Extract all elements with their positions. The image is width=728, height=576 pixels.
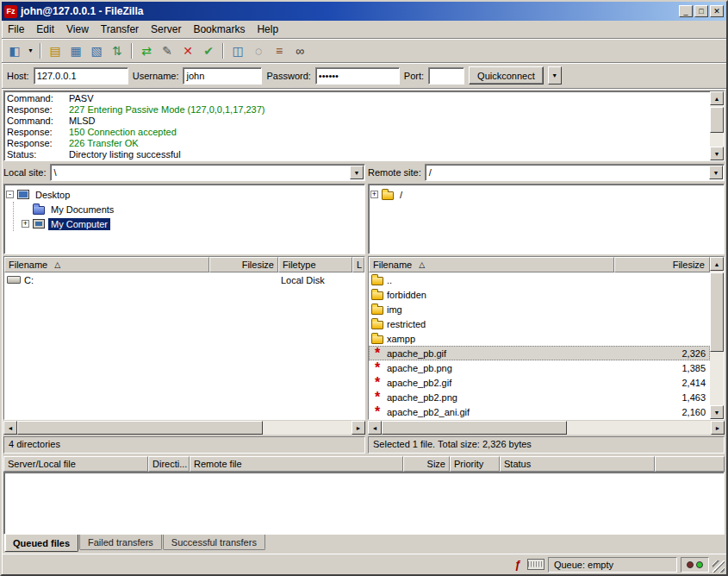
column-header-modified[interactable]: L (352, 257, 364, 272)
chevron-down-icon[interactable]: ▼ (709, 166, 723, 179)
column-header-filetype[interactable]: Filetype (278, 257, 352, 272)
process-queue-button[interactable]: ✎ (157, 41, 177, 60)
remote-file-list: Filename△ Filesize .. forbidden (368, 256, 725, 420)
username-input[interactable] (183, 67, 262, 85)
host-label: Host: (7, 71, 29, 81)
scroll-right-button[interactable]: ► (711, 421, 725, 435)
abort-button[interactable]: ✕ (177, 41, 198, 60)
toggle-local-tree-button[interactable]: ▦ (65, 41, 86, 60)
column-header-filesize[interactable]: Filesize (209, 257, 278, 272)
scroll-track[interactable] (382, 421, 711, 435)
expand-icon[interactable]: + (370, 191, 378, 198)
scroll-left-button[interactable]: ◄ (368, 421, 382, 435)
menu-item-edit[interactable]: Edit (30, 21, 60, 38)
log-scrollbar[interactable]: ▲ ▼ (710, 91, 724, 160)
expand-icon[interactable]: + (22, 220, 29, 228)
file-row-c-drive[interactable]: C: Local Disk (4, 272, 364, 287)
file-row[interactable]: *apache_pb2.png 1,463 (369, 390, 710, 404)
keyboard-icon[interactable] (527, 559, 544, 570)
scroll-up-button[interactable]: ▲ (710, 91, 724, 105)
file-row[interactable]: .. (369, 272, 710, 287)
column-header-filename[interactable]: Filename△ (369, 257, 614, 272)
statusbar: ƒ Queue: empty (2, 554, 726, 574)
transfer-mode-icon[interactable]: ƒ (512, 558, 524, 571)
resize-grip[interactable] (712, 560, 725, 573)
tree-item-my-computer[interactable]: + My Computer (22, 216, 363, 231)
queue-status-text: Queue: empty (548, 557, 677, 573)
filter-button[interactable]: ◌ (248, 41, 269, 60)
scroll-thumb[interactable] (17, 421, 263, 435)
remote-horizontal-scrollbar[interactable]: ◄ ► (368, 421, 725, 435)
settings-button[interactable]: ≡ (269, 41, 289, 60)
file-row[interactable]: xampp (369, 331, 710, 346)
activity-leds (681, 557, 709, 573)
close-button[interactable]: ✕ (710, 5, 724, 17)
tab-failed-transfers[interactable]: Failed transfers (79, 535, 162, 550)
menu-item-bookmarks[interactable]: Bookmarks (187, 21, 251, 38)
scroll-track[interactable] (17, 421, 352, 435)
scroll-track[interactable] (710, 105, 724, 147)
file-row[interactable]: restricted (369, 316, 710, 331)
password-input[interactable] (315, 67, 400, 85)
file-row[interactable]: img (369, 302, 710, 316)
collapse-icon[interactable]: - (6, 191, 14, 198)
titlebar[interactable]: Fz john@127.0.0.1 - FileZilla _ □ ✕ (2, 2, 726, 21)
queue-column-size[interactable]: Size (403, 456, 450, 472)
file-row[interactable]: *apache_pb2.gif 2,414 (369, 375, 710, 390)
local-site-combobox[interactable]: \ ▼ (50, 164, 365, 181)
message-log: Command:PASV Response:227 Entering Passi… (3, 91, 725, 161)
queue-column-remote-file[interactable]: Remote file (190, 456, 403, 472)
toolbar-separator (222, 43, 224, 59)
menu-item-view[interactable]: View (60, 21, 95, 38)
scroll-down-button[interactable]: ▼ (710, 147, 724, 160)
tree-item-my-documents[interactable]: My Documents (22, 202, 363, 216)
file-row[interactable]: *apache_pb.png 1,385 (369, 360, 710, 375)
column-header-filesize[interactable]: Filesize (614, 257, 710, 272)
scroll-right-button[interactable]: ► (352, 421, 365, 435)
scroll-down-button[interactable]: ▼ (710, 405, 724, 419)
file-row[interactable]: forbidden (369, 287, 710, 302)
quickconnect-button[interactable]: Quickconnect (469, 66, 544, 85)
site-manager-dropdown[interactable]: ▼ (25, 41, 36, 60)
menu-item-server[interactable]: Server (145, 21, 187, 38)
scroll-thumb[interactable] (710, 107, 724, 133)
queue-column-priority[interactable]: Priority (450, 456, 500, 472)
chevron-down-icon[interactable]: ▼ (350, 166, 364, 179)
verify-button[interactable]: ✔ (198, 41, 219, 60)
tab-queued-files[interactable]: Queued files (4, 535, 78, 552)
queue-column-local-file[interactable]: Server/Local file (3, 456, 148, 472)
refresh-button[interactable]: ⇄ (136, 41, 157, 60)
site-manager-button[interactable]: ◧ (4, 41, 25, 60)
queue-column-direction[interactable]: Directi... (148, 456, 190, 472)
scroll-thumb[interactable] (382, 421, 567, 435)
queue-body[interactable] (3, 472, 725, 535)
menu-item-file[interactable]: File (2, 21, 30, 38)
minimize-button[interactable]: _ (679, 5, 693, 17)
compare-button[interactable]: ◫ (227, 41, 248, 60)
queue-column-status[interactable]: Status (500, 456, 655, 472)
file-row[interactable]: *apache_pb2_ani.gif 2,160 (369, 404, 710, 419)
menu-item-transfer[interactable]: Transfer (95, 21, 145, 38)
remote-site-combobox[interactable]: / ▼ (425, 164, 725, 181)
scroll-thumb[interactable] (710, 272, 724, 352)
toggle-remote-tree-button[interactable]: ▧ (86, 41, 107, 60)
tree-item-root[interactable]: + / (370, 187, 722, 202)
toggle-message-log-button[interactable]: ▤ (45, 41, 65, 60)
scroll-left-button[interactable]: ◄ (3, 421, 17, 435)
local-horizontal-scrollbar[interactable]: ◄ ► (3, 421, 365, 435)
scroll-track[interactable] (710, 271, 724, 405)
tree-item-desktop[interactable]: - Desktop (6, 187, 363, 202)
port-input[interactable] (428, 67, 464, 85)
column-header-filename[interactable]: Filename△ (4, 257, 209, 272)
file-row-selected[interactable]: *apache_pb.gif 2,326 (369, 346, 710, 360)
scroll-up-button[interactable]: ▲ (710, 257, 724, 271)
menu-item-help[interactable]: Help (251, 21, 284, 38)
remote-vertical-scrollbar[interactable]: ▲ ▼ (710, 257, 724, 419)
tab-successful-transfers[interactable]: Successful transfers (163, 535, 265, 550)
find-button[interactable]: ∞ (289, 41, 310, 60)
toggle-queue-button[interactable]: ⇅ (107, 41, 128, 60)
quickconnect-dropdown[interactable]: ▼ (548, 66, 562, 85)
host-input[interactable] (34, 67, 128, 85)
sort-asc-icon: △ (54, 260, 60, 269)
maximize-button[interactable]: □ (694, 5, 708, 17)
